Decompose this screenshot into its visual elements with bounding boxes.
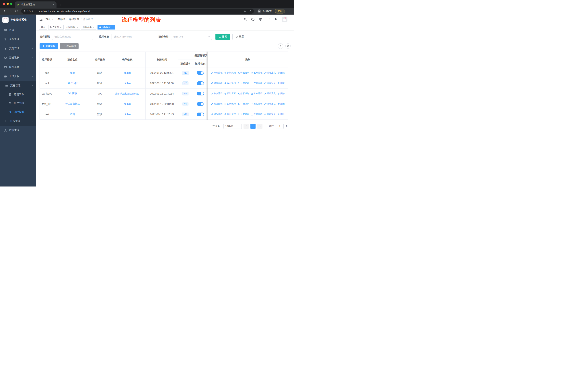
sidebar-item-1[interactable]: 系统管理 bbox=[0, 34, 36, 44]
form-link[interactable]: biubiu bbox=[124, 113, 130, 116]
breadcrumb-item-1[interactable]: 工作流程 bbox=[55, 18, 65, 21]
op-edit[interactable]: 修改流程 bbox=[211, 92, 222, 95]
question-icon[interactable] bbox=[259, 18, 262, 21]
new-tab-button[interactable] bbox=[59, 4, 62, 6]
create-process-button[interactable]: 新建流程 bbox=[40, 43, 58, 49]
tag-首页[interactable]: 首页 bbox=[39, 25, 47, 30]
update-button[interactable]: 更新 bbox=[275, 9, 285, 13]
op-design[interactable]: 设计流程 bbox=[224, 102, 236, 105]
active-toggle[interactable] bbox=[197, 92, 204, 95]
fontsize-icon[interactable] bbox=[274, 18, 277, 21]
op-delete[interactable]: 删除 bbox=[278, 92, 285, 95]
op-edit[interactable]: 修改流程 bbox=[211, 113, 222, 116]
sidebar-item-0[interactable]: 首页 bbox=[0, 25, 36, 34]
op-delete[interactable]: 删除 bbox=[278, 113, 285, 116]
sidebar-subitem-流程模型[interactable]: 流程模型 bbox=[0, 108, 36, 116]
op-publish[interactable]: 发布流程 bbox=[251, 71, 262, 74]
process-key-input[interactable] bbox=[52, 34, 93, 40]
sidebar-subitem-流程表单[interactable]: 流程表单 bbox=[0, 90, 36, 99]
sidebar-item-process-mgmt[interactable]: 流程管理 bbox=[0, 81, 36, 90]
close-icon[interactable] bbox=[112, 26, 113, 28]
process-name-link[interactable]: 自己审批 bbox=[67, 81, 78, 84]
op-delete[interactable]: 删除 bbox=[278, 102, 285, 105]
sidebar-item-leave-query[interactable]: 请假查询 bbox=[0, 126, 36, 135]
next-page-button[interactable] bbox=[257, 124, 262, 129]
forward-icon[interactable] bbox=[8, 9, 13, 14]
star-icon[interactable] bbox=[249, 10, 252, 13]
op-definition[interactable]: 流程定义 bbox=[264, 113, 276, 116]
op-assign[interactable]: 分配规则 bbox=[238, 92, 249, 95]
more-vert-icon[interactable] bbox=[287, 9, 292, 14]
op-design[interactable]: 设计流程 bbox=[224, 71, 236, 74]
op-definition[interactable]: 流程定义 bbox=[264, 92, 276, 95]
breadcrumb-item-2[interactable]: 流程管理 bbox=[69, 18, 79, 21]
active-toggle[interactable] bbox=[197, 81, 204, 85]
process-name-link[interactable]: 测试多审批人 bbox=[65, 102, 80, 105]
refresh-table-button[interactable] bbox=[285, 43, 291, 49]
active-toggle[interactable] bbox=[197, 112, 204, 116]
window-minimize-button[interactable] bbox=[7, 3, 9, 5]
close-icon[interactable] bbox=[76, 26, 78, 28]
op-design[interactable]: 设计流程 bbox=[224, 113, 236, 116]
tab-close-icon[interactable] bbox=[53, 4, 55, 6]
sidebar-item-3[interactable]: 基础设施 bbox=[0, 53, 36, 62]
reset-button[interactable]: 重置 bbox=[232, 34, 247, 40]
search-icon[interactable] bbox=[244, 18, 247, 21]
back-icon[interactable] bbox=[2, 9, 7, 14]
tag-我的流程[interactable]: 我的流程 bbox=[65, 25, 80, 30]
breadcrumb-item-3[interactable]: 流程模型 bbox=[83, 18, 93, 21]
close-icon[interactable] bbox=[93, 26, 94, 28]
op-assign[interactable]: 分配规则 bbox=[238, 71, 249, 74]
sidebar-subitem-用户分组[interactable]: 用户分组 bbox=[0, 99, 36, 108]
op-publish[interactable]: 发布流程 bbox=[251, 92, 262, 95]
form-link[interactable]: biubiu bbox=[124, 71, 130, 74]
show-search-button[interactable] bbox=[278, 43, 283, 49]
form-link[interactable]: biubiu bbox=[124, 82, 130, 85]
active-toggle[interactable] bbox=[197, 102, 204, 106]
window-close-button[interactable] bbox=[3, 3, 5, 5]
op-assign[interactable]: 分配规则 bbox=[238, 113, 249, 116]
fullscreen-icon[interactable] bbox=[267, 18, 270, 21]
op-edit[interactable]: 修改流程 bbox=[211, 81, 222, 85]
import-process-button[interactable]: 导入流程 bbox=[60, 43, 79, 49]
close-icon[interactable] bbox=[60, 26, 62, 28]
breadcrumb-item-0[interactable]: 首页 bbox=[46, 18, 51, 21]
op-publish[interactable]: 发布流程 bbox=[251, 81, 262, 85]
op-assign[interactable]: 分配规则 bbox=[238, 81, 249, 85]
tag-流程模型[interactable]: 流程模型 bbox=[97, 25, 115, 30]
tag-流程表单[interactable]: 流程表单 bbox=[81, 25, 96, 30]
sidebar-item-5[interactable]: 工作流程 bbox=[0, 71, 36, 81]
op-definition[interactable]: 流程定义 bbox=[264, 102, 276, 105]
process-name-link[interactable]: OA 请假 bbox=[68, 92, 77, 95]
op-design[interactable]: 设计流程 bbox=[224, 81, 236, 85]
goto-page-input[interactable] bbox=[276, 124, 284, 129]
op-edit[interactable]: 修改流程 bbox=[211, 102, 222, 105]
avatar[interactable] bbox=[282, 17, 287, 22]
window-zoom-button[interactable] bbox=[10, 3, 12, 5]
address-bar[interactable]: 不安全 dashboard.yudao.iocoder.cn/bpm/manag… bbox=[21, 9, 254, 14]
browser-tab[interactable]: 芋道管理系统 bbox=[15, 1, 56, 8]
process-name-link[interactable]: 滔博 bbox=[70, 113, 75, 116]
form-link[interactable]: biubiu bbox=[124, 102, 130, 105]
op-delete[interactable]: 删除 bbox=[278, 81, 285, 85]
github-icon[interactable] bbox=[251, 18, 254, 21]
active-toggle[interactable] bbox=[197, 71, 204, 75]
sidebar-item-task-mgmt[interactable]: 任务管理 bbox=[0, 116, 36, 126]
process-name-link[interactable]: eeee bbox=[70, 71, 75, 74]
process-name-input[interactable] bbox=[112, 34, 152, 40]
hamburger-icon[interactable] bbox=[39, 18, 43, 21]
op-edit[interactable]: 修改流程 bbox=[211, 71, 222, 74]
search-button[interactable]: 搜索 bbox=[215, 34, 230, 40]
app-logo-row[interactable]: 芋道管理系统 bbox=[0, 15, 36, 25]
reload-icon[interactable] bbox=[14, 9, 19, 14]
prev-page-button[interactable] bbox=[243, 124, 249, 129]
category-select[interactable] bbox=[171, 34, 212, 40]
op-publish[interactable]: 发布流程 bbox=[251, 102, 262, 105]
op-delete[interactable]: 删除 bbox=[278, 71, 285, 74]
sidebar-item-2[interactable]: 支付管理 bbox=[0, 44, 36, 53]
form-link[interactable]: /bpm/oa/leave/create bbox=[115, 92, 139, 95]
op-publish[interactable]: 发布流程 bbox=[251, 113, 262, 116]
op-assign[interactable]: 分配规则 bbox=[238, 102, 249, 105]
op-definition[interactable]: 流程定义 bbox=[264, 81, 276, 85]
op-definition[interactable]: 流程定义 bbox=[264, 71, 276, 74]
